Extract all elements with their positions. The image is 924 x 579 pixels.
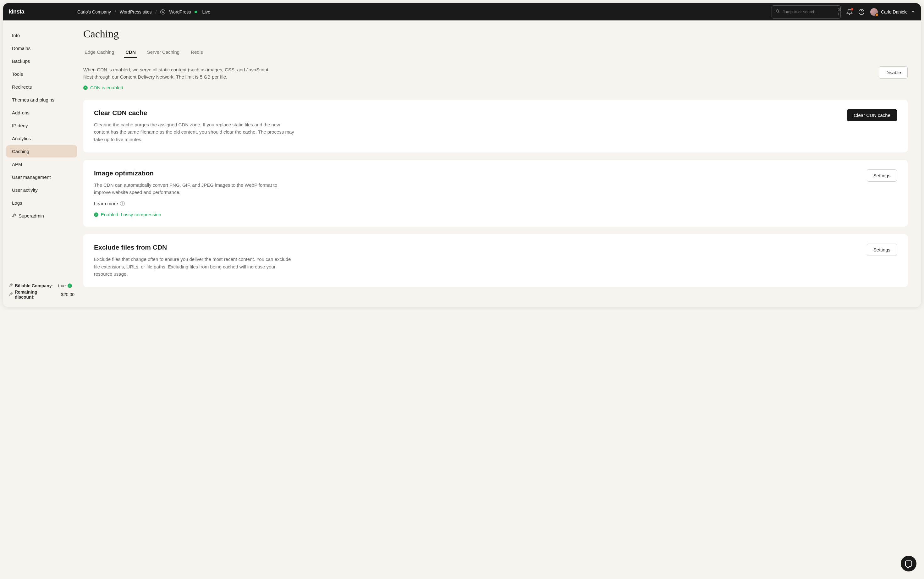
card-clear-cdn-cache: Clear CDN cacheClearing the cache purges… [83, 100, 908, 152]
logo[interactable]: kinsta [9, 8, 72, 15]
sidebar-item-label: Analytics [12, 136, 31, 141]
svg-point-0 [776, 10, 779, 12]
sidebar-item-label: Tools [12, 71, 23, 77]
breadcrumb-sep-icon: / [155, 10, 157, 15]
sidebar-item-label: Backups [12, 59, 30, 64]
topbar: kinsta Carlo's Company / WordPress sites… [3, 3, 921, 20]
sidebar-item-label: User management [12, 175, 51, 180]
sidebar-item-analytics[interactable]: Analytics [6, 132, 77, 145]
search-shortcut: ⌘ / [838, 8, 842, 16]
sidebar-item-user-management[interactable]: User management [6, 171, 77, 183]
card-status: ✓Enabled: Lossy compression [94, 212, 295, 217]
sidebar-item-themes-and-plugins[interactable]: Themes and plugins [6, 94, 77, 106]
help-icon[interactable] [858, 9, 865, 15]
settings-button[interactable]: Settings [867, 169, 897, 182]
sidebar-item-label: Add-ons [12, 110, 29, 115]
search-input[interactable] [783, 10, 835, 14]
notifications-icon[interactable] [846, 9, 853, 15]
sidebar-item-info[interactable]: Info [6, 29, 77, 41]
card-title: Clear CDN cache [94, 109, 295, 117]
wrench-icon [9, 283, 13, 288]
user-name: Carlo Daniele [881, 10, 908, 15]
tab-server-caching[interactable]: Server Caching [146, 47, 181, 58]
breadcrumbs: Carlo's Company / WordPress sites / W Wo… [77, 10, 766, 15]
avatar [870, 8, 878, 16]
clear-cdn-cache-button[interactable]: Clear CDN cache [847, 109, 897, 121]
remaining-discount-row: Remaining discount: $20.00 [9, 290, 75, 299]
wrench-icon [12, 213, 16, 218]
sidebar-footer: Billable Company: true ✓ Remaining disco… [3, 283, 80, 301]
tab-edge-caching[interactable]: Edge Caching [83, 47, 115, 58]
sidebar-item-tools[interactable]: Tools [6, 68, 77, 80]
sidebar: InfoDomainsBackupsToolsRedirectsThemes a… [3, 20, 80, 307]
breadcrumb-section[interactable]: WordPress sites [120, 10, 152, 15]
sidebar-item-label: IP deny [12, 123, 28, 128]
live-status-dot-icon [194, 11, 197, 13]
breadcrumb-site[interactable]: WordPress [169, 10, 191, 15]
wordpress-icon: W [160, 10, 165, 15]
notification-dot-icon [851, 8, 853, 10]
sidebar-item-caching[interactable]: Caching [6, 145, 77, 157]
tabs: Edge CachingCDNServer CachingRedis [83, 47, 908, 58]
sidebar-item-label: Domains [12, 46, 31, 51]
breadcrumb-sep-icon: / [115, 10, 116, 15]
sidebar-item-domains[interactable]: Domains [6, 42, 77, 54]
sidebar-item-label: User activity [12, 187, 38, 193]
tab-redis[interactable]: Redis [189, 47, 204, 58]
card-image-optimization: Image optimizationThe CDN can automatica… [83, 160, 908, 227]
disable-cdn-button[interactable]: Disable [879, 66, 908, 79]
cdn-enabled-status: ✓ CDN is enabled [83, 85, 278, 90]
sidebar-item-ip-deny[interactable]: IP deny [6, 119, 77, 132]
breadcrumb-env: Live [202, 10, 210, 15]
card-title: Exclude files from CDN [94, 244, 295, 251]
check-icon: ✓ [94, 213, 98, 217]
check-icon: ✓ [68, 283, 72, 288]
chevron-down-icon [911, 9, 915, 15]
main-content: Caching Edge CachingCDNServer CachingRed… [80, 20, 921, 307]
svg-line-1 [779, 12, 779, 13]
card-description: The CDN can automatically convert PNG, G… [94, 182, 295, 196]
sidebar-item-add-ons[interactable]: Add-ons [6, 106, 77, 119]
sidebar-item-label: Info [12, 33, 20, 38]
sidebar-item-superadmin[interactable]: Superadmin [6, 210, 77, 222]
settings-button[interactable]: Settings [867, 244, 897, 256]
sidebar-item-label: Superadmin [18, 213, 44, 218]
page-title: Caching [83, 28, 908, 40]
sidebar-item-apm[interactable]: APM [6, 158, 77, 170]
sidebar-item-label: Caching [12, 149, 29, 154]
cdn-intro-text: When CDN is enabled, we serve all static… [83, 66, 278, 80]
sidebar-item-label: APM [12, 162, 22, 167]
user-menu[interactable]: Carlo Daniele [870, 8, 915, 16]
sidebar-item-backups[interactable]: Backups [6, 55, 77, 67]
breadcrumb-company[interactable]: Carlo's Company [77, 10, 111, 15]
billable-company-row: Billable Company: true ✓ [9, 283, 75, 288]
tab-cdn[interactable]: CDN [124, 47, 137, 58]
search-box[interactable]: ⌘ / [772, 5, 841, 18]
check-icon: ✓ [83, 85, 88, 90]
card-exclude-files-from-cdn: Exclude files from CDNExclude files that… [83, 234, 908, 287]
sidebar-item-user-activity[interactable]: User activity [6, 184, 77, 196]
card-description: Clearing the cache purges the assigned C… [94, 121, 295, 143]
sidebar-item-label: Redirects [12, 84, 32, 90]
card-description: Exclude files that change often to ensur… [94, 255, 295, 278]
wrench-icon [9, 292, 13, 297]
search-icon [775, 9, 780, 15]
sidebar-item-logs[interactable]: Logs [6, 197, 77, 209]
card-title: Image optimization [94, 169, 295, 177]
sidebar-item-label: Themes and plugins [12, 97, 54, 103]
sidebar-item-redirects[interactable]: Redirects [6, 81, 77, 93]
sidebar-item-label: Logs [12, 200, 22, 206]
help-circle-icon: ? [120, 201, 125, 206]
learn-more-link[interactable]: Learn more? [94, 201, 295, 206]
